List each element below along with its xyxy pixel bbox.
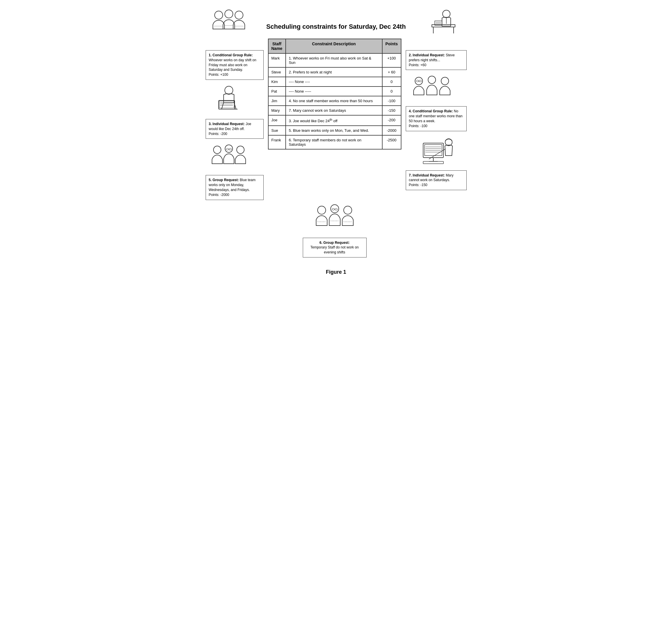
ann3-points: Points: -200 [209,132,227,136]
cell-constraint-0: 1. Whoever works on Fri must also work o… [286,54,382,67]
cell-points-1: + 60 [382,67,401,77]
svg-point-6 [442,10,450,18]
svg-point-49 [335,208,337,210]
main-layout: 1. Conditional Group Rule: Whoever works… [206,38,467,200]
cell-staff-7: Sue [268,126,286,135]
cell-constraint-1: 2. Prefers to work at night [286,67,382,77]
group-icon-5 [206,143,264,171]
person-desk-icon-top-right [423,9,464,36]
ann3-title: 3. Individual Request: [209,122,245,126]
ann6-title: 6. Group Request: [306,240,364,245]
cell-points-0: +100 [382,54,401,67]
group-people-icon-top-left [209,9,249,36]
svg-point-1 [225,10,233,18]
svg-rect-36 [425,144,442,156]
cell-constraint-7: 5. Blue team works only on Mon, Tue, and… [286,126,382,135]
page-title: Scheduling constraints for Saturday, Dec… [252,23,420,30]
ann1-title: 1. Conditional Group Rule: [209,53,253,57]
annotation-7: 7. Individual Request: Mary cannot work … [406,171,467,190]
ann1-points: Points: +100 [209,73,228,77]
annotation-1: 1. Conditional Group Rule: Whoever works… [206,50,264,80]
svg-point-47 [344,206,352,214]
left-annotations: 1. Conditional Group Rule: Whoever works… [206,38,264,200]
annotation-3: 3. Individual Request: Joe would like De… [206,119,264,139]
group-icon-right-top [406,75,467,102]
cell-points-2: 0 [382,77,401,87]
annotation-6: 6. Group Request: Temporary Staff do not… [303,238,367,258]
svg-point-25 [237,146,244,153]
cell-constraint-5: 7. Mary cannot work on Saturdays [286,106,382,115]
cell-staff-8: Frank [268,135,286,149]
svg-point-27 [229,148,232,150]
ann2-points: Points: +60 [409,63,426,67]
svg-point-24 [225,145,233,152]
svg-point-14 [225,86,233,94]
person-computer-icon [406,136,467,166]
cell-constraint-4: 4. No one staff member works more than 5… [286,96,382,106]
svg-rect-44 [423,162,443,164]
group-people-icon-right-top [406,75,458,101]
person-computer-svg [406,136,458,165]
constraints-table: StaffName Constraint Description Points … [268,38,401,149]
col-header-constraint: Constraint Description [286,39,382,54]
svg-point-31 [441,77,449,85]
annotation-4: 4. Conditional Group Rule: No one staff … [406,106,467,131]
table-row: Pat---- None -----0 [268,87,401,96]
top-right-icon [420,9,467,36]
cell-staff-4: Jim [268,96,286,106]
ann5-points: Points: -2000 [209,193,230,197]
cell-points-6: -200 [382,115,401,126]
cell-staff-3: Pat [268,87,286,96]
title-area: Scheduling constraints for Saturday, Dec… [252,20,420,36]
cell-points-4: -100 [382,96,401,106]
center-table-area: StaffName Constraint Description Points … [264,38,406,149]
cell-staff-2: Kim [268,77,286,87]
cell-staff-1: Steve [268,67,286,77]
cell-staff-5: Mary [268,106,286,115]
table-row: Steve2. Prefers to work at night+ 60 [268,67,401,77]
cell-points-7: -2000 [382,126,401,135]
svg-point-23 [214,146,221,153]
cell-constraint-2: ---- None ---- [286,77,382,87]
cell-points-3: 0 [382,87,401,96]
svg-point-45 [317,206,326,214]
table-row: Jim4. No one staff member works more tha… [268,96,401,106]
ann2-title: 2. Individual Request: [409,53,445,57]
cell-constraint-6: 3. Joe would like Dec 24th off [286,115,382,126]
ann4-title: 4. Conditional Group Rule: [409,109,453,113]
table-row: Frank6. Temporary staff members do not w… [268,135,401,149]
svg-point-46 [330,205,339,213]
table-row: Sue5. Blue team works only on Mon, Tue, … [268,126,401,135]
bottom-row: 6. Group Request: Temporary Staff do not… [206,203,467,258]
group-people-icon-5 [206,143,252,170]
ann7-title: 7. Individual Request: [409,173,445,177]
svg-point-0 [215,11,223,19]
annotation-5: 5. Group Request: Blue team works only o… [206,175,264,200]
ann1-body: Whoever works on day shift on Friday mus… [209,58,256,72]
col-header-points: Points [382,39,401,54]
top-left-icon [206,9,252,36]
bottom-center-area: 6. Group Request: Temporary Staff do not… [264,203,406,258]
laptop-person-icon [206,85,264,114]
cell-staff-0: Mark [268,54,286,67]
right-annotations: 2. Individual Request: Steve prefers nig… [406,38,467,190]
group-people-icon-bottom-center [306,203,364,235]
col-header-staff: StaffName [268,39,286,54]
svg-line-20 [222,102,224,109]
cell-points-5: -150 [382,106,401,115]
svg-point-30 [428,76,436,84]
ann4-points: Points: -100 [409,124,427,128]
svg-point-48 [332,208,334,210]
svg-point-33 [419,80,421,82]
ann6-body: Temporary Staff do not work on evening s… [306,245,364,255]
figure-caption: Figure 1 [206,269,467,275]
table-row: Joe3. Joe would like Dec 24th off-200 [268,115,401,126]
cell-constraint-3: ---- None ----- [286,87,382,96]
top-icons-row: Scheduling constraints for Saturday, Dec… [206,9,467,36]
ann7-points: Points: -150 [409,183,427,187]
table-row: Mary7. Mary cannot work on Saturdays-150 [268,106,401,115]
cell-constraint-8: 6. Temporary staff members do not work o… [286,135,382,149]
laptop-person-svg [206,85,252,113]
svg-point-2 [235,11,243,19]
svg-point-26 [226,148,229,150]
